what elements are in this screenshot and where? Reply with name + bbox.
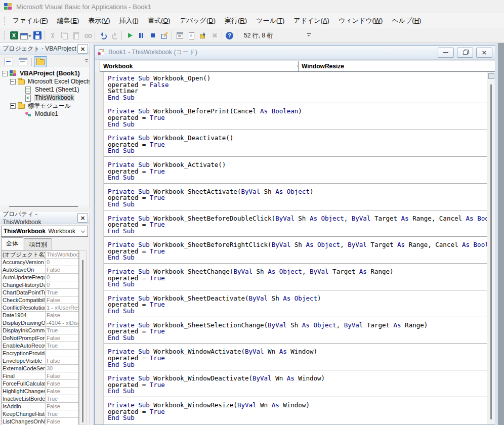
menu-run[interactable]: 実行(R): [220, 13, 251, 28]
tree-item-vbaproject[interactable]: VBAProject (Book1): [0, 69, 90, 77]
code-vertical-scrollbar[interactable]: [487, 72, 495, 424]
property-row[interactable]: InactiveListBorderVisibleTrue: [2, 395, 78, 403]
property-name: DoNotPromptForConvert: [2, 334, 46, 342]
property-row[interactable]: ChangeHistoryDuration0: [2, 281, 78, 289]
property-row[interactable]: IsAddinFalse: [2, 403, 78, 410]
insert-userform-button[interactable]: [20, 30, 31, 41]
toolbar-overflow-button[interactable]: [305, 30, 312, 40]
menu-file[interactable]: ファイル(F): [8, 13, 53, 28]
property-row[interactable]: DisplayDrawingObjects-4104 - xlDisplaySh…: [2, 319, 78, 327]
menu-window[interactable]: ウィンドウ(W): [334, 13, 387, 28]
minimize-button[interactable]: [438, 48, 454, 58]
close-button[interactable]: ×: [476, 48, 492, 58]
toggle-folders-button[interactable]: [34, 56, 47, 67]
code-line: End Sub: [104, 201, 487, 208]
property-row[interactable]: AutoSaveOnFalse: [2, 266, 78, 274]
tree-item-sheet1[interactable]: Sheet1 (Sheet1): [0, 86, 90, 94]
restore-button[interactable]: [457, 48, 473, 58]
tree-item-label: Microsoft Excel Objects: [27, 78, 90, 85]
property-row[interactable]: ConflictResolution1 - xlUserResolution: [2, 304, 78, 312]
menu-insert[interactable]: 挿入(I): [115, 13, 143, 28]
property-row[interactable]: HighlightChangesOnScreenFalse: [2, 388, 78, 395]
tree-item-excel-objects[interactable]: Microsoft Excel Objects: [0, 77, 90, 86]
view-code-icon: [5, 58, 13, 65]
tree-item-module1[interactable]: Module1: [0, 110, 90, 118]
run-button[interactable]: [123, 30, 135, 41]
project-explorer-button[interactable]: [174, 30, 185, 41]
property-row[interactable]: (オブジェクト名)ThisWorkbook: [2, 251, 78, 259]
cursor-position-label: 52 行, 8 桁: [244, 31, 273, 40]
property-row[interactable]: ExternalCodeService30: [2, 365, 78, 372]
menu-format[interactable]: 書式(O): [143, 13, 175, 28]
folder-icon: [18, 103, 25, 109]
menu-help[interactable]: ヘルプ(H): [387, 13, 426, 28]
property-name: Final: [2, 372, 46, 380]
tree-expander-icon[interactable]: [10, 103, 16, 109]
code-line: End Sub: [104, 175, 487, 181]
project-toolbar-overflow-button[interactable]: [85, 59, 88, 64]
scrollbar-thumb[interactable]: [490, 84, 492, 419]
property-row[interactable]: AccuracyVersion0: [2, 259, 78, 266]
property-row[interactable]: KeepChangeHistoryTrue: [2, 410, 78, 418]
properties-scrollbar[interactable]: [79, 250, 87, 425]
object-dropdown-value: Workbook: [103, 63, 133, 70]
property-row[interactable]: Date1904False: [2, 312, 78, 319]
tree-item-thisworkbook[interactable]: ThisWorkbook: [0, 94, 90, 102]
property-row[interactable]: EnvelopeVisibleFalse: [2, 357, 78, 365]
properties-window-button[interactable]: [185, 30, 197, 41]
property-name: EnvelopeVisible: [2, 357, 46, 365]
property-row[interactable]: CheckCompatibilityFalse: [2, 296, 78, 304]
tab-categorized[interactable]: 項目別: [24, 238, 52, 250]
property-row[interactable]: EnableAutoRecoverTrue: [2, 342, 78, 350]
code-line: End Sub: [104, 254, 487, 261]
property-name: ChartDataPointTrack: [2, 289, 46, 296]
tree-expander-icon[interactable]: [10, 79, 16, 84]
view-code-button[interactable]: [2, 56, 15, 67]
dropdown-caret-icon[interactable]: [28, 35, 31, 38]
design-mode-button[interactable]: [158, 30, 170, 41]
menu-view[interactable]: 表示(V): [83, 13, 114, 28]
code-window-title: Book1 - ThisWorkbook (コード): [108, 48, 435, 57]
properties-panel-close-button[interactable]: ×: [77, 213, 88, 223]
project-panel-close-button[interactable]: ×: [77, 44, 88, 54]
property-row[interactable]: DisplayInkCommentsTrue: [2, 327, 78, 334]
scrollbar-thumb[interactable]: [82, 260, 83, 422]
object-dropdown[interactable]: Workbook: [100, 61, 304, 72]
menu-debug[interactable]: デバッグ(D): [175, 13, 220, 28]
property-row[interactable]: ListChangesOnNewSheetFalse: [2, 418, 78, 425]
property-row[interactable]: ForceFullCalculationFalse: [2, 380, 78, 388]
event-dropdown[interactable]: WindowResize: [298, 61, 503, 72]
property-row[interactable]: DoNotPromptForConvertFalse: [2, 334, 78, 342]
break-button[interactable]: [135, 30, 147, 41]
object-browser-button[interactable]: [197, 30, 208, 41]
tree-expander-icon[interactable]: [2, 71, 8, 76]
menu-addins[interactable]: アドイン(A): [289, 13, 334, 28]
code-editor[interactable]: Private Sub Workbook_Open()operated = Fa…: [95, 72, 495, 424]
find-icon: [83, 31, 92, 39]
property-value: 0: [46, 259, 78, 266]
reset-button[interactable]: [147, 30, 158, 41]
panel-splitter[interactable]: [9, 206, 78, 207]
property-row[interactable]: FinalFalse: [2, 372, 78, 380]
procedure-block: Private Sub Workbook_SheetChange(ByVal S…: [104, 269, 487, 288]
properties-object-selector[interactable]: ThisWorkbook Workbook: [1, 226, 88, 237]
property-row[interactable]: ChartDataPointTrackTrue: [2, 289, 78, 296]
undo-button[interactable]: [97, 30, 108, 41]
copy-icon: [60, 31, 68, 39]
toolbar-separator: [95, 31, 95, 40]
property-row[interactable]: EncryptionProvider: [2, 350, 78, 357]
property-name: AccuracyVersion: [2, 259, 46, 266]
view-excel-button[interactable]: [8, 30, 20, 41]
tree-item-modules-folder[interactable]: 標準モジュール: [0, 102, 90, 110]
split-handle[interactable]: [488, 73, 494, 79]
view-object-button[interactable]: [16, 56, 29, 67]
menu-tools[interactable]: ツール(T): [251, 13, 289, 28]
code-margin-bar[interactable]: [95, 72, 104, 424]
menu-edit[interactable]: 編集(E): [53, 13, 83, 28]
help-button[interactable]: [224, 30, 235, 41]
tab-all[interactable]: 全体: [1, 237, 23, 250]
property-value: True: [46, 395, 78, 403]
code-line: End Sub: [104, 148, 487, 154]
property-row[interactable]: AutoUpdateFrequency0: [2, 274, 78, 281]
save-button[interactable]: [31, 30, 43, 41]
